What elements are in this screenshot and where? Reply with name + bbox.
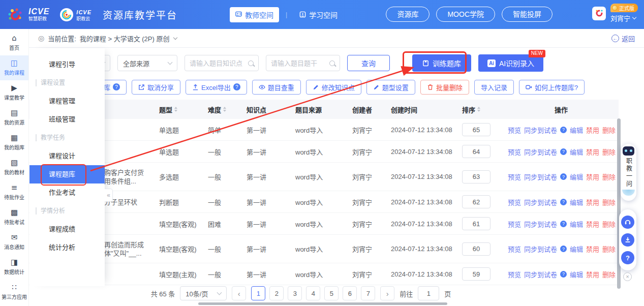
horizontal-scrollbar[interactable] [198,302,447,305]
nav-resource-library[interactable]: 资源库 [386,7,430,22]
sidebar-item-my-question-bank[interactable]: ▦ 我的题库 [0,130,28,155]
delete-link[interactable]: 删除 [602,219,616,229]
submenu-item-course-guide[interactable]: 课程引导 [29,55,105,74]
preview-link[interactable]: 预览 [508,197,521,207]
assistant-widget[interactable]: 职教一问 [621,144,636,201]
submenu-item-statistical-analysis[interactable]: 统计分析 [29,238,105,257]
sort-icon[interactable] [174,107,177,112]
submenu-item-homework-exams[interactable]: 作业考试 [29,183,105,202]
sync-help-icon[interactable] [560,271,567,278]
sync-help-icon[interactable] [560,148,567,155]
how-to-upload-button[interactable]: 如何上传题库? [519,80,585,95]
customer-service-button[interactable] [621,216,634,229]
app-logo-icon[interactable] [592,7,606,20]
duplicate-check-button[interactable]: 题目查重 [252,80,301,95]
header-difficulty[interactable]: 难度 [204,105,242,114]
sync-to-paper-link[interactable]: 同步到试卷 [524,197,557,207]
sort-icon[interactable] [477,107,480,112]
preview-link[interactable]: 预览 [508,147,521,157]
submenu-item-course-management[interactable]: 课程管理 [29,92,105,110]
page-button-2[interactable]: 2 [269,286,284,300]
preview-link[interactable]: 预览 [508,219,521,229]
sync-to-paper-link[interactable]: 同步到试卷 [524,219,557,229]
nav-mooc-academy[interactable]: MOOC学院 [436,7,495,22]
sidebar-item-my-courses[interactable]: ◫ 我的课程 [0,55,28,80]
delete-link[interactable]: 删除 [602,125,616,135]
header-type[interactable]: 题型 [155,105,204,114]
sidebar-item-my-resources[interactable]: ▤ 我的资源 [0,105,28,130]
submenu-item-course-question-bank[interactable]: 课程题库 [29,165,105,183]
help-button[interactable]: ? [621,251,634,264]
knowledge-search-input[interactable] [190,59,246,67]
preview-link[interactable]: 预览 [508,125,521,135]
delete-link[interactable]: 删除 [602,147,616,157]
sort-order-input[interactable] [462,145,490,158]
page-button-7[interactable]: 7 [361,286,375,300]
header-sort[interactable]: 排序 [458,105,504,114]
goto-page-input[interactable] [418,286,439,300]
ai-recognition-entry-button[interactable]: Ai AI识别录入 NEW [478,54,543,72]
page-button-6[interactable]: 6 [343,286,357,300]
sidebar-item-third-party-apps[interactable]: ∷ 第三方应用 [0,280,28,304]
source-select[interactable]: 全部来源 [117,55,177,71]
sort-icon[interactable] [223,107,226,112]
sort-order-input[interactable] [462,195,490,208]
submenu-item-class-management[interactable]: 班级管理 [29,110,105,129]
back-button[interactable]: 返回 [611,34,635,43]
page-button-4[interactable]: 4 [306,286,320,300]
sidebar-item-classroom-teaching[interactable]: ▶ 课堂教学 [0,80,28,105]
sidebar-item-data-statistics[interactable]: ◨ 数据统计 [0,255,28,280]
sync-help-icon[interactable] [560,246,567,252]
sort-order-input[interactable] [462,267,490,281]
submenu-collapse-button[interactable] [105,189,113,202]
preview-link[interactable]: 预览 [508,269,521,279]
learning-space-tab[interactable]: 学习空间 [294,7,343,22]
breadcrumb-path[interactable]: 我的课程 > 大学语文 (2P) 原创 [80,34,170,43]
query-button[interactable]: 查询 [347,55,390,71]
cancel-share-button[interactable]: 取消分享 [132,80,180,95]
sort-order-input[interactable] [462,217,490,230]
submenu-section-course-settings[interactable]: 课程设置 [29,74,105,92]
search-icon[interactable] [248,60,254,66]
nav-smart-screencast[interactable]: 智能投屏 [502,7,553,22]
sort-order-input[interactable] [462,242,490,256]
excel-export-button[interactable]: Excel导出 [186,80,247,95]
sync-to-paper-link[interactable]: 同步到试卷 [524,244,557,254]
page-button-3[interactable]: 3 [288,286,302,300]
sidebar-item-notifications[interactable]: ✉ 消息通知 [0,230,28,255]
page-button-5[interactable]: 5 [324,286,339,300]
sidebar-item-pending-homework[interactable]: ≡ 待批作业 [0,180,28,205]
submenu-section-teaching-tasks[interactable]: 教学任务 [29,129,105,147]
next-page-button[interactable] [380,286,394,300]
edit-link[interactable]: 编辑 [570,244,583,254]
submenu-item-course-design[interactable]: 课程设计 [29,147,105,165]
sync-help-icon[interactable] [560,199,567,205]
sync-to-paper-link[interactable]: 同步到试卷 [524,172,557,181]
breadcrumb-chevron-down-icon[interactable] [173,36,177,40]
prev-page-button[interactable] [232,286,246,300]
edit-link[interactable]: 编辑 [570,269,583,279]
edit-link[interactable]: 编辑 [570,219,583,229]
sort-order-input[interactable] [462,170,490,183]
teacher-space-tab[interactable]: 教师空间 [230,7,279,22]
modify-knowledge-button[interactable]: 修改知识点 [306,80,361,95]
delete-link[interactable]: 删除 [602,172,616,181]
search-icon[interactable] [329,60,335,66]
submenu-item-course-grades[interactable]: 课程成绩 [29,220,105,238]
disable-link[interactable]: 禁用 [586,244,599,254]
preview-link[interactable]: 预览 [508,244,521,254]
disable-link[interactable]: 禁用 [586,125,599,135]
help-icon[interactable] [233,83,240,90]
edit-link[interactable]: 编辑 [570,197,583,207]
submenu-section-learning-analysis[interactable]: 学情分析 [29,202,105,220]
disable-link[interactable]: 禁用 [586,172,599,181]
help-icon[interactable] [113,83,120,90]
sync-to-paper-link[interactable]: 同步到试卷 [524,125,557,135]
stem-search-input[interactable] [271,59,327,67]
import-records-button[interactable]: 导入记录 [474,80,514,95]
sync-to-paper-link[interactable]: 同步到试卷 [524,147,557,157]
delete-link[interactable]: 删除 [602,197,616,207]
disable-link[interactable]: 禁用 [586,219,599,229]
question-type-settings-button[interactable]: 题型设置 [366,80,415,95]
sort-order-input[interactable] [462,123,490,136]
